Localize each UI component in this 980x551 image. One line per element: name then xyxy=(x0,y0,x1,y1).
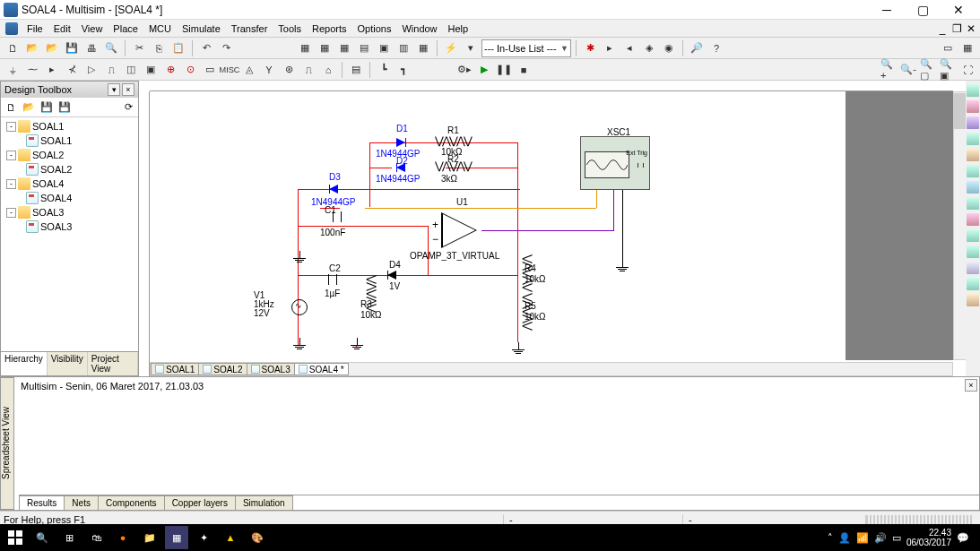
schematic-canvas[interactable]: D1 1N4944GP D2 1N4944GP D3 1N4944GP D4 1… xyxy=(150,91,846,360)
diode-d4[interactable] xyxy=(387,271,396,280)
btn-b2[interactable]: ◂ xyxy=(620,39,638,57)
menu-reports[interactable]: Reports xyxy=(307,22,352,36)
capacitor-c2[interactable] xyxy=(325,274,341,287)
tb-save-icon[interactable]: 💾 xyxy=(39,99,55,116)
diode-d3[interactable] xyxy=(329,185,338,194)
oscilloscope-xsc1[interactable]: Ext Trig xyxy=(580,136,650,190)
mdi-close-button[interactable]: ✕ xyxy=(964,22,978,35)
menu-simulate[interactable]: Simulate xyxy=(177,22,226,36)
ground-icon[interactable] xyxy=(351,338,363,349)
app-icon[interactable]: ✦ xyxy=(192,526,215,549)
tab-hierarchy[interactable]: Hierarchy xyxy=(1,352,48,375)
place-nis-icon[interactable]: ⊛ xyxy=(280,61,298,79)
grid-btn-5[interactable]: ▣ xyxy=(375,39,393,57)
right-tool-2[interactable]: ▦ xyxy=(958,39,976,57)
tab-visibility[interactable]: Visibility xyxy=(48,352,88,375)
tree-item-soal1[interactable]: -SOAL1 xyxy=(3,119,136,133)
maximize-button[interactable]: ▢ xyxy=(905,0,941,20)
place-diode-icon[interactable]: ▸ xyxy=(43,61,61,79)
tray-people-icon[interactable]: 👤 xyxy=(838,532,851,544)
place-ind-icon[interactable]: ⊕ xyxy=(161,61,179,79)
place-res-icon[interactable]: ⁓ xyxy=(23,61,41,79)
fullscreen-icon[interactable]: ⛶ xyxy=(958,61,976,79)
tree-item-soal4[interactable]: -SOAL4 xyxy=(3,176,136,191)
close-button[interactable]: ✕ xyxy=(941,0,976,20)
tray-up-icon[interactable]: ˄ xyxy=(828,532,833,544)
tree-child-soal4[interactable]: SOAL4 xyxy=(3,191,136,205)
comp-btn-2[interactable]: ▾ xyxy=(462,39,480,57)
undo-button[interactable]: ↶ xyxy=(197,39,215,57)
instr-icon[interactable] xyxy=(967,100,979,113)
run-button[interactable]: ▶ xyxy=(475,61,493,79)
toolbox-pin-button[interactable]: ▾ xyxy=(108,83,120,96)
place-mcu-icon[interactable]: ⌂ xyxy=(319,61,337,79)
place-misc3-icon[interactable]: MISC xyxy=(221,61,238,79)
canvas-tab-soal3[interactable]: SOAL3 xyxy=(247,363,295,375)
tree-item-soal2[interactable]: -SOAL2 xyxy=(3,148,136,162)
tray-lang-icon[interactable]: ▭ xyxy=(892,532,901,544)
bus-btn-1[interactable]: ┗ xyxy=(375,61,393,79)
tab-project-view[interactable]: Project View xyxy=(88,352,138,375)
place-misc-icon[interactable]: ▣ xyxy=(142,61,160,79)
ground-icon[interactable] xyxy=(512,342,525,354)
instr-icon[interactable] xyxy=(967,278,979,290)
toolbox-close-button[interactable]: × xyxy=(122,83,134,96)
print-button[interactable]: 🖶 xyxy=(82,39,100,57)
new-button[interactable]: 🗋 xyxy=(4,39,22,57)
instr-icon[interactable] xyxy=(967,149,979,161)
place-trans-icon[interactable]: ⊀ xyxy=(63,61,81,79)
tray-wifi-icon[interactable]: 📶 xyxy=(856,532,869,544)
btn-b4[interactable]: ◉ xyxy=(660,39,678,57)
instr-icon[interactable] xyxy=(967,229,979,242)
redo-button[interactable]: ↷ xyxy=(217,39,235,57)
search-icon[interactable]: 🔍 xyxy=(30,526,54,549)
cut-button[interactable]: ✂ xyxy=(130,39,148,57)
menu-transfer[interactable]: Transfer xyxy=(226,22,273,36)
sim-settings-icon[interactable]: ⚙▸ xyxy=(455,61,473,79)
menu-place[interactable]: Place xyxy=(108,22,143,36)
grid-btn-4[interactable]: ▤ xyxy=(355,39,373,57)
menu-window[interactable]: Window xyxy=(396,22,442,36)
grid-btn-6[interactable]: ▥ xyxy=(395,39,412,57)
instr-icon[interactable] xyxy=(967,245,979,258)
place-conn-icon[interactable]: ⎍ xyxy=(299,61,317,79)
canvas-tab-soal1[interactable]: SOAL1 xyxy=(151,363,199,375)
diode-d1[interactable] xyxy=(396,138,405,147)
tree-child-soal3[interactable]: SOAL3 xyxy=(3,220,136,234)
store-icon[interactable]: 🛍 xyxy=(84,526,108,549)
grid-btn-1[interactable]: ▦ xyxy=(296,39,314,57)
comp-btn-1[interactable]: ⚡ xyxy=(442,39,460,57)
explorer-icon[interactable]: 📁 xyxy=(138,526,161,549)
red-btn-1[interactable]: ✱ xyxy=(581,39,599,57)
ground-icon[interactable] xyxy=(616,260,629,271)
in-use-list-combo[interactable]: --- In-Use List --- ▼ xyxy=(481,39,571,57)
paint-icon[interactable]: 🎨 xyxy=(246,526,269,549)
menu-help[interactable]: Help xyxy=(443,22,474,36)
pause-button[interactable]: ❚❚ xyxy=(495,61,513,79)
place-rf-icon[interactable]: ◬ xyxy=(240,61,258,79)
menu-tools[interactable]: Tools xyxy=(273,22,307,36)
instr-icon[interactable] xyxy=(967,197,979,210)
ground-icon[interactable] xyxy=(293,251,306,263)
tree-child-soal1[interactable]: SOAL1 xyxy=(3,133,136,148)
instr-icon[interactable] xyxy=(967,262,979,274)
btn-b3[interactable]: ◈ xyxy=(640,39,658,57)
place-power-icon[interactable]: ⊙ xyxy=(181,61,199,79)
help-button[interactable]: ? xyxy=(707,39,725,57)
tree-item-soal3[interactable]: -SOAL3 xyxy=(3,205,136,220)
opamp-u1[interactable] xyxy=(441,212,477,248)
resistor-r1[interactable]: ⋁⋀⋁⋀⋁ xyxy=(435,134,471,147)
instr-icon[interactable] xyxy=(967,133,979,145)
stab-simulation[interactable]: Simulation xyxy=(235,495,293,510)
place-misc2-icon[interactable]: ▭ xyxy=(201,61,219,79)
expand-icon[interactable]: - xyxy=(6,151,16,160)
mdi-restore-button[interactable]: ❐ xyxy=(950,22,964,35)
stab-copper[interactable]: Copper layers xyxy=(164,495,236,510)
stab-nets[interactable]: Nets xyxy=(64,495,99,510)
mdi-minimize-button[interactable]: _ xyxy=(935,22,950,35)
instr-icon[interactable] xyxy=(967,84,979,97)
menu-mcu[interactable]: MCU xyxy=(143,22,177,36)
tree-child-soal2[interactable]: SOAL2 xyxy=(3,162,136,176)
zoom-fit-icon[interactable]: 🔍▢ xyxy=(919,61,937,79)
place-ic-icon[interactable]: ⎍ xyxy=(102,61,120,79)
